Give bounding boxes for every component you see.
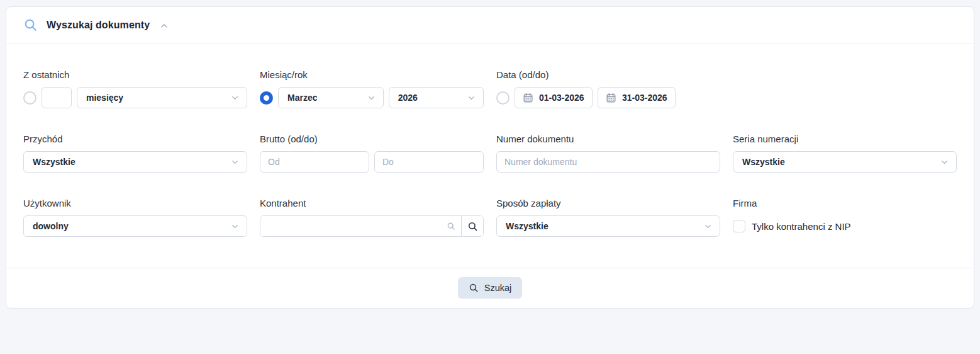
chevron-down-icon — [467, 94, 476, 102]
month-year-radio[interactable] — [260, 91, 273, 105]
user-select-value: dowolny — [33, 221, 69, 231]
submit-search-button[interactable]: Szukaj — [458, 277, 523, 299]
last-unit-select[interactable]: miesięcy — [77, 87, 247, 108]
form-row-2: Przychód Wszystkie Brutto (od/do) — [23, 134, 957, 173]
last-unit-select-value: miesięcy — [86, 93, 123, 103]
year-select-value: 2026 — [398, 93, 418, 103]
field-doc-number: Numer dokumentu — [496, 134, 720, 173]
chevron-down-icon — [704, 222, 712, 231]
field-last-label: Z ostatnich — [23, 69, 247, 80]
search-icon — [23, 18, 38, 32]
field-gross: Brutto (od/do) — [260, 134, 484, 173]
field-doc-number-label: Numer dokumentu — [496, 134, 720, 144]
payment-method-select[interactable]: Wszystkie — [496, 215, 720, 237]
chevron-up-icon — [160, 21, 169, 30]
field-company-label: Firma — [733, 198, 957, 208]
contractor-input-group — [260, 215, 484, 237]
month-select-value: Marzec — [287, 93, 317, 103]
date-to-value: 31-03-2026 — [622, 93, 667, 103]
date-from-value: 01-03-2026 — [539, 93, 584, 103]
doc-number-input[interactable] — [496, 151, 720, 173]
search-icon — [447, 216, 461, 236]
last-radio[interactable] — [23, 91, 36, 105]
income-select-value: Wszystkie — [33, 157, 75, 167]
field-month-year-label: Miesiąc/rok — [260, 69, 484, 80]
calendar-icon — [523, 93, 533, 103]
field-income-label: Przychód — [23, 134, 247, 144]
field-income: Przychód Wszystkie — [23, 134, 247, 173]
panel-header-toggle[interactable]: Wyszukaj dokumenty — [6, 7, 974, 43]
calendar-icon — [606, 93, 616, 103]
contractor-search-button[interactable] — [461, 216, 483, 236]
row1-spacer — [733, 69, 957, 108]
user-select[interactable]: dowolny — [23, 215, 247, 237]
field-date-range: Data (od/do) 01-03-2026 31-03-2026 — [496, 69, 720, 108]
submit-search-button-label: Szukaj — [484, 283, 512, 293]
field-company: Firma Tylko kontrahenci z NIP — [733, 198, 957, 237]
field-last: Z ostatnich miesięcy — [23, 69, 247, 108]
search-icon — [467, 221, 478, 232]
search-documents-panel: Wyszukaj dokumenty Z ostatnich miesięcy — [6, 6, 974, 309]
date-range-radio[interactable] — [496, 91, 509, 105]
nip-only-checkbox-label[interactable]: Tylko kontrahenci z NIP — [752, 221, 851, 232]
numbering-series-select-value: Wszystkie — [742, 157, 785, 167]
gross-from-input[interactable] — [260, 151, 369, 173]
chevron-down-icon — [231, 222, 239, 231]
field-numbering-series-label: Seria numeracji — [733, 134, 957, 144]
field-payment-method: Sposób zapłaty Wszystkie — [496, 198, 720, 237]
field-contractor: Kontrahent — [260, 198, 484, 237]
form-row-1: Z ostatnich miesięcy Miesiąc/rok — [23, 69, 957, 108]
chevron-down-icon — [367, 94, 376, 102]
form-row-3: Użytkownik dowolny Kontrahent — [23, 198, 957, 237]
field-contractor-label: Kontrahent — [260, 198, 484, 208]
income-select[interactable]: Wszystkie — [23, 151, 247, 173]
year-select[interactable]: 2026 — [389, 87, 484, 108]
payment-method-select-value: Wszystkie — [506, 221, 548, 231]
search-form: Z ostatnich miesięcy Miesiąc/rok — [6, 43, 974, 268]
date-to-input[interactable]: 31-03-2026 — [598, 87, 676, 108]
contractor-input[interactable] — [260, 216, 447, 236]
chevron-down-icon — [940, 158, 949, 166]
field-numbering-series: Seria numeracji Wszystkie — [733, 134, 957, 173]
panel-footer: Szukaj — [6, 268, 974, 308]
search-icon — [469, 283, 479, 293]
numbering-series-select[interactable]: Wszystkie — [733, 151, 957, 173]
field-date-range-label: Data (od/do) — [496, 69, 720, 80]
field-gross-label: Brutto (od/do) — [260, 134, 484, 144]
gross-to-input[interactable] — [374, 151, 484, 173]
chevron-down-icon — [231, 158, 239, 166]
panel-title: Wyszukaj dokumenty — [47, 20, 150, 31]
date-from-input[interactable]: 01-03-2026 — [515, 87, 593, 108]
chevron-down-icon — [231, 94, 239, 102]
field-payment-method-label: Sposób zapłaty — [496, 198, 720, 208]
field-user-label: Użytkownik — [23, 198, 247, 208]
field-month-year: Miesiąc/rok Marzec 2026 — [260, 69, 484, 108]
field-user: Użytkownik dowolny — [23, 198, 247, 237]
month-select[interactable]: Marzec — [278, 87, 384, 108]
nip-only-checkbox[interactable] — [733, 220, 745, 232]
last-count-input[interactable] — [42, 87, 72, 108]
